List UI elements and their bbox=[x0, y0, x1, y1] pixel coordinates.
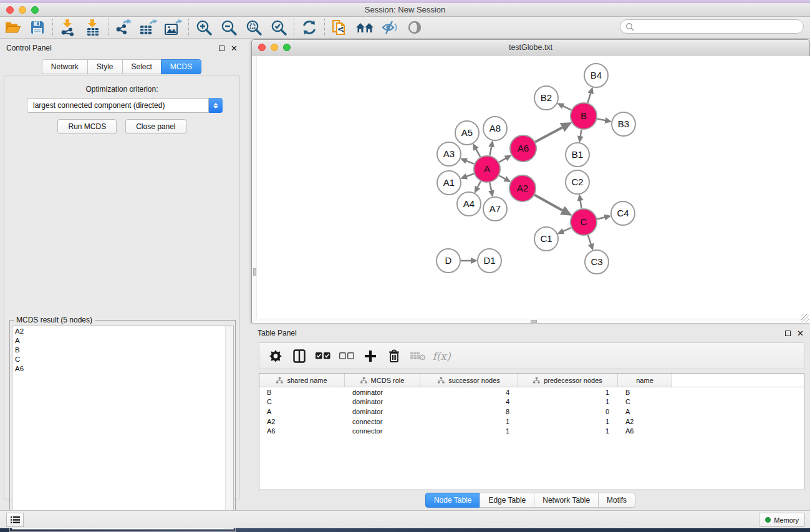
table-cell[interactable]: B bbox=[259, 389, 345, 396]
table-cell[interactable]: 1 bbox=[420, 427, 518, 435]
column-header-MCDS-role[interactable]: MCDS role bbox=[345, 374, 420, 387]
edge-C-C3[interactable] bbox=[588, 235, 591, 245]
edge-A6-B[interactable] bbox=[535, 127, 563, 142]
edge-B-B3[interactable] bbox=[597, 118, 606, 120]
table-row[interactable]: Bdominator41B bbox=[259, 387, 804, 397]
deselect-all-button[interactable] bbox=[337, 346, 357, 366]
scrollbar-thumb[interactable] bbox=[253, 268, 256, 276]
network-vertical-scrollbar[interactable] bbox=[253, 56, 257, 323]
mcds-result-list[interactable]: A2ABCA6 bbox=[12, 326, 234, 530]
table-cell[interactable]: connector bbox=[345, 427, 420, 435]
column-header-successor-nodes[interactable]: successor nodes bbox=[420, 374, 518, 387]
tab-style[interactable]: Style bbox=[87, 59, 123, 74]
tab-select[interactable]: Select bbox=[122, 59, 162, 74]
edge-A-A3[interactable] bbox=[466, 161, 475, 164]
mcds-result-item[interactable]: C bbox=[12, 354, 233, 364]
table-cell[interactable]: 1 bbox=[518, 398, 618, 405]
edge-A-A4[interactable] bbox=[477, 181, 481, 188]
table-cell[interactable]: B bbox=[618, 389, 672, 396]
network-window-titlebar[interactable]: testGlobe.txt bbox=[252, 40, 809, 56]
table-cell[interactable]: 4 bbox=[420, 398, 518, 405]
resize-grip-icon[interactable] bbox=[801, 314, 809, 322]
network-graph[interactable]: AA1A3A5A8A4A7A6A2BB1B2B3B4CC1C2C3C4DD1 bbox=[257, 56, 810, 319]
table-cell[interactable]: connector bbox=[345, 418, 420, 425]
tab-network[interactable]: Network bbox=[42, 59, 88, 74]
edge-B-B1[interactable] bbox=[581, 130, 582, 137]
tab-network-table[interactable]: Network Table bbox=[534, 493, 599, 508]
mcds-result-item[interactable]: A bbox=[12, 336, 233, 345]
apply-layout-button[interactable] bbox=[297, 18, 322, 37]
close-panel-button[interactable]: Close panel bbox=[125, 119, 186, 134]
zoom-in-button[interactable] bbox=[191, 18, 216, 37]
edge-A-A6[interactable] bbox=[499, 158, 506, 162]
edge-C-C1[interactable] bbox=[562, 228, 571, 231]
edge-B-B2[interactable] bbox=[562, 106, 571, 110]
export-image-button[interactable] bbox=[161, 18, 186, 37]
table-cell[interactable]: A6 bbox=[618, 427, 672, 435]
optimization-criterion-select[interactable]: largest connected component (directed) bbox=[27, 98, 223, 113]
tab-edge-table[interactable]: Edge Table bbox=[480, 493, 534, 508]
mcds-result-item[interactable]: A2 bbox=[12, 326, 233, 336]
edge-B-B4[interactable] bbox=[587, 93, 591, 103]
table-cell[interactable]: 0 bbox=[518, 408, 618, 415]
create-column-button[interactable] bbox=[360, 346, 380, 366]
table-cell[interactable]: A6 bbox=[259, 427, 345, 435]
edge-A-A8[interactable] bbox=[489, 146, 491, 155]
table-cell[interactable]: C bbox=[618, 398, 672, 405]
tab-mcds[interactable]: MCDS bbox=[161, 59, 201, 74]
edge-C-C4[interactable] bbox=[597, 217, 605, 219]
column-header-shared-name[interactable]: shared name bbox=[259, 374, 345, 387]
close-panel-icon[interactable]: ✕ bbox=[231, 44, 238, 52]
export-network-button[interactable] bbox=[111, 18, 136, 37]
table-cell[interactable]: A2 bbox=[618, 418, 672, 425]
mcds-result-item[interactable]: B bbox=[12, 345, 233, 354]
zoom-fit-button[interactable] bbox=[241, 18, 266, 37]
clone-network-button[interactable] bbox=[327, 18, 352, 37]
hide-selected-button[interactable] bbox=[377, 18, 402, 37]
table-cell[interactable]: 8 bbox=[420, 408, 518, 415]
table-row[interactable]: Cdominator41C bbox=[259, 397, 804, 407]
float-panel-icon[interactable] bbox=[785, 331, 791, 336]
network-horizontal-scrollbar[interactable] bbox=[253, 319, 810, 323]
edge-A2-C[interactable] bbox=[534, 195, 563, 211]
edge-A-A5[interactable] bbox=[476, 148, 480, 157]
node-table[interactable]: shared nameMCDS rolesuccessor nodesprede… bbox=[259, 373, 804, 490]
show-graphics-details-button[interactable] bbox=[402, 18, 427, 37]
close-panel-icon[interactable]: ✕ bbox=[797, 329, 804, 337]
memory-button[interactable]: Memory bbox=[759, 513, 805, 527]
mcds-result-item[interactable]: A6 bbox=[12, 364, 233, 373]
column-header-predecessor-nodes[interactable]: predecessor nodes bbox=[518, 374, 618, 387]
zoom-selected-button[interactable] bbox=[266, 18, 291, 37]
tab-node-table[interactable]: Node Table bbox=[425, 493, 481, 508]
edge-A-A7[interactable] bbox=[489, 183, 491, 191]
search-input[interactable] bbox=[620, 19, 804, 34]
mcds-list-scrollbar[interactable] bbox=[225, 326, 233, 529]
zoom-out-button[interactable] bbox=[216, 18, 241, 37]
column-header-name[interactable]: name bbox=[618, 374, 672, 387]
first-neighbors-button[interactable] bbox=[352, 18, 377, 37]
table-row[interactable]: A6connector11A6 bbox=[259, 426, 804, 436]
table-cell[interactable]: 1 bbox=[518, 427, 618, 435]
run-mcds-button[interactable]: Run MCDS bbox=[57, 119, 117, 134]
open-file-button[interactable] bbox=[0, 18, 25, 37]
table-cell[interactable]: 1 bbox=[518, 389, 618, 396]
tab-motifs[interactable]: Motifs bbox=[598, 493, 635, 508]
table-cell[interactable]: C bbox=[259, 398, 345, 405]
delete-column-button[interactable] bbox=[384, 346, 404, 366]
float-panel-icon[interactable] bbox=[219, 46, 224, 51]
show-task-history-button[interactable] bbox=[6, 513, 24, 527]
table-cell[interactable]: 1 bbox=[518, 418, 618, 425]
table-cell[interactable]: dominator bbox=[345, 389, 420, 396]
table-row[interactable]: Adominator80A bbox=[259, 407, 804, 417]
table-cell[interactable]: A bbox=[259, 408, 345, 415]
table-cell[interactable]: dominator bbox=[345, 398, 420, 405]
table-cell[interactable]: A2 bbox=[259, 418, 345, 425]
edge-C-C2[interactable] bbox=[580, 200, 581, 209]
import-table-button[interactable] bbox=[80, 18, 105, 37]
save-session-button[interactable] bbox=[25, 18, 50, 37]
table-cell[interactable]: A bbox=[618, 408, 672, 415]
show-columns-button[interactable] bbox=[289, 346, 309, 366]
scrollbar-thumb[interactable] bbox=[531, 320, 537, 323]
network-canvas[interactable]: AA1A3A5A8A4A7A6A2BB1B2B3B4CC1C2C3C4DD1 bbox=[253, 56, 810, 323]
table-cell[interactable]: 1 bbox=[420, 418, 518, 425]
